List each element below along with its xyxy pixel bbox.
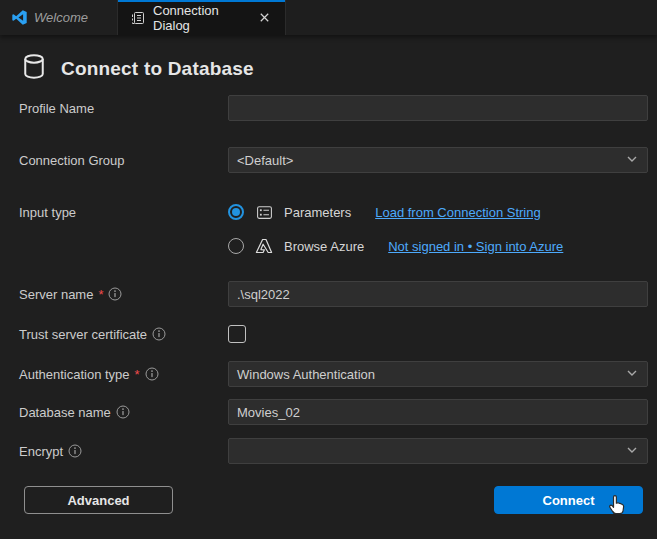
trust-server-certificate-checkbox[interactable] <box>228 325 246 343</box>
parameters-icon <box>254 204 274 221</box>
tab-welcome[interactable]: Welcome <box>0 0 118 35</box>
radio-parameters[interactable] <box>228 204 244 220</box>
chevron-down-icon <box>625 443 639 460</box>
input-type-option-browse-azure: Browse Azure Not signed in • Sign into A… <box>228 235 648 257</box>
database-icon <box>19 52 49 86</box>
required-asterisk: * <box>98 287 103 302</box>
connection-group-value: <Default> <box>237 153 293 168</box>
field-row-authentication-type: Authentication type * Windows Authentica… <box>19 361 648 387</box>
authentication-type-select[interactable]: Windows Authentication <box>228 361 648 387</box>
connection-group-label: Connection Group <box>19 153 125 168</box>
connection-dialog-icon <box>130 10 146 26</box>
editor-tab-bar: Welcome Connection Dialog <box>0 0 657 35</box>
field-row-database-name: Database name <box>19 399 648 425</box>
field-row-server-name: Server name * <box>19 281 648 307</box>
chevron-down-icon <box>625 366 639 383</box>
radio-browse-azure[interactable] <box>228 238 244 254</box>
authentication-type-label: Authentication type <box>19 367 130 382</box>
chevron-down-icon <box>625 152 639 169</box>
authentication-type-value: Windows Authentication <box>237 367 375 382</box>
info-icon[interactable] <box>68 444 82 458</box>
input-type-label: Input type <box>19 205 76 220</box>
page-header: Connect to Database <box>19 35 648 95</box>
browse-azure-option-label: Browse Azure <box>284 239 364 254</box>
load-connection-string-link[interactable]: Load from Connection String <box>375 205 540 220</box>
close-tab-icon[interactable] <box>256 9 273 26</box>
sign-into-azure-link[interactable]: Not signed in • Sign into Azure <box>388 239 563 254</box>
trust-server-certificate-label: Trust server certificate <box>19 327 147 342</box>
tab-connection-dialog[interactable]: Connection Dialog <box>118 0 286 35</box>
encrypt-select[interactable] <box>228 438 648 464</box>
info-icon[interactable] <box>152 327 166 341</box>
database-name-label: Database name <box>19 405 111 420</box>
app-window: Welcome Connection Dialog <box>0 0 657 539</box>
field-row-input-type: Input type Parameters Load from Connec <box>19 201 648 257</box>
field-row-encrypt: Encrypt <box>19 438 648 464</box>
page-title: Connect to Database <box>61 58 254 80</box>
connection-dialog-panel: Connect to Database Profile Name Connect… <box>0 35 657 514</box>
server-name-input[interactable] <box>228 281 648 307</box>
tab-welcome-label: Welcome <box>34 10 88 25</box>
vscode-logo-icon <box>12 10 27 25</box>
info-icon[interactable] <box>145 367 159 381</box>
dialog-footer: Advanced Connect <box>24 486 648 514</box>
connect-button[interactable]: Connect <box>494 486 643 514</box>
parameters-option-label: Parameters <box>284 205 351 220</box>
input-type-option-parameters: Parameters Load from Connection String <box>228 201 648 223</box>
field-row-profile-name: Profile Name <box>19 95 648 121</box>
info-icon[interactable] <box>108 287 122 301</box>
advanced-button[interactable]: Advanced <box>24 486 173 514</box>
info-icon[interactable] <box>116 405 130 419</box>
database-name-input[interactable] <box>228 399 648 425</box>
encrypt-label: Encrypt <box>19 444 63 459</box>
tab-connection-dialog-label: Connection Dialog <box>153 3 249 33</box>
azure-icon <box>254 237 274 255</box>
profile-name-label: Profile Name <box>19 101 94 116</box>
connection-group-select[interactable]: <Default> <box>228 147 648 173</box>
profile-name-input[interactable] <box>228 95 648 121</box>
server-name-label: Server name <box>19 287 93 302</box>
required-asterisk: * <box>135 367 140 382</box>
field-row-connection-group: Connection Group <Default> <box>19 147 648 173</box>
field-row-trust-server-certificate: Trust server certificate <box>19 325 648 343</box>
